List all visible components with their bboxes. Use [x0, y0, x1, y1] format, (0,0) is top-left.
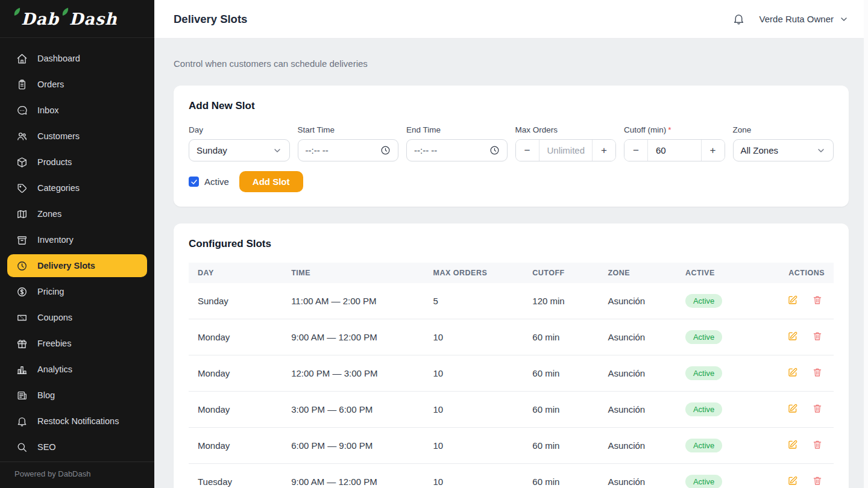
day-select[interactable]: Sunday: [189, 139, 290, 161]
end-time-value: --:-- --: [414, 145, 437, 155]
trash-icon: [812, 403, 823, 414]
sidebar-item-orders[interactable]: Orders: [7, 73, 147, 96]
zone-label: Zone: [733, 125, 834, 134]
sidebar-nav: Dashboard Orders Inbox Customers Product…: [0, 38, 154, 461]
cell-max-orders: 10: [424, 392, 524, 428]
start-time-field: Start Time --:-- --: [298, 125, 399, 161]
cell-cutoff: 60 min: [523, 355, 599, 392]
sidebar-item-dashboard[interactable]: Dashboard: [7, 47, 147, 70]
cell-day: Monday: [189, 392, 282, 428]
sidebar-item-label: Restock Notifications: [37, 416, 119, 426]
cell-actions: [776, 319, 834, 355]
edit-pencil-icon: [787, 439, 798, 450]
cutoff-increment-button[interactable]: +: [702, 140, 725, 161]
active-checkbox[interactable]: [189, 177, 199, 187]
delete-button[interactable]: [812, 367, 823, 378]
cell-zone: Asunción: [599, 464, 676, 488]
user-name: Verde Ruta Owner: [760, 14, 834, 24]
table-header-row: DAY TIME MAX ORDERS CUTOFF ZONE ACTIVE A…: [189, 263, 834, 283]
user-menu[interactable]: Verde Ruta Owner: [760, 14, 849, 24]
trash-icon: [812, 439, 823, 450]
edit-button[interactable]: [787, 331, 798, 342]
sidebar-item-delivery-slots[interactable]: Delivery Slots: [7, 254, 147, 277]
cell-active: Active: [676, 464, 776, 488]
max-orders-decrement-button[interactable]: −: [516, 140, 539, 161]
clock-icon[interactable]: [380, 145, 391, 155]
edit-button[interactable]: [787, 475, 798, 486]
powered-by-text: Powered by DabDash: [14, 469, 90, 478]
delete-button[interactable]: [812, 331, 823, 342]
edit-pencil-icon: [787, 295, 798, 305]
start-time-value: --:-- --: [306, 145, 329, 155]
edit-button[interactable]: [787, 403, 798, 414]
clock-icon[interactable]: [489, 145, 500, 155]
sidebar-item-coupons[interactable]: Coupons: [7, 306, 147, 329]
configured-slots-card: Configured Slots DAY TIME MAX ORDERS CUT…: [174, 224, 849, 488]
table-row: Monday 9:00 AM — 12:00 PM 10 60 min Asun…: [189, 319, 834, 355]
sidebar-item-label: Inventory: [37, 235, 74, 245]
logo-text: Dab Dash: [13, 10, 120, 28]
col-header-max-orders: MAX ORDERS: [424, 263, 524, 283]
bell-icon: [16, 415, 28, 427]
cell-cutoff: 60 min: [523, 428, 599, 464]
sidebar-item-blog[interactable]: Blog: [7, 384, 147, 407]
end-time-field: End Time --:-- --: [406, 125, 508, 161]
sidebar-item-label: Pricing: [37, 287, 64, 296]
chevron-down-icon: [272, 146, 282, 155]
edit-pencil-icon: [787, 403, 798, 414]
sidebar-item-products[interactable]: Products: [7, 151, 147, 174]
check-icon: [190, 178, 198, 186]
edit-button[interactable]: [787, 367, 798, 378]
sidebar-footer: Powered by DabDash: [0, 461, 154, 488]
delete-button[interactable]: [812, 475, 823, 486]
cutoff-decrement-button[interactable]: −: [624, 140, 647, 161]
start-time-input[interactable]: --:-- --: [298, 139, 399, 161]
cell-cutoff: 60 min: [523, 464, 599, 488]
delete-button[interactable]: [812, 439, 823, 450]
zone-select-value: All Zones: [741, 145, 779, 155]
cell-max-orders: 5: [424, 283, 524, 319]
sidebar-item-analytics[interactable]: Analytics: [7, 358, 147, 381]
cell-day: Sunday: [189, 283, 282, 319]
sidebar-item-restock-notifications[interactable]: Restock Notifications: [7, 410, 147, 433]
sidebar-item-freebies[interactable]: Freebies: [7, 332, 147, 355]
col-header-time: TIME: [282, 263, 424, 283]
cell-actions: [776, 464, 834, 488]
sidebar-item-categories[interactable]: Categories: [7, 177, 147, 199]
newspaper-icon: [16, 389, 28, 401]
delete-button[interactable]: [812, 295, 823, 305]
delete-button[interactable]: [812, 403, 823, 414]
edit-button[interactable]: [787, 295, 798, 305]
sidebar-item-label: Inbox: [37, 105, 58, 115]
sidebar-item-zones[interactable]: Zones: [7, 202, 147, 225]
zone-select[interactable]: All Zones: [733, 139, 834, 161]
col-header-zone: ZONE: [599, 263, 676, 283]
cell-max-orders: 10: [424, 428, 524, 464]
sidebar-item-label: Zones: [37, 209, 61, 219]
cell-cutoff: 60 min: [523, 319, 599, 355]
sidebar-item-seo[interactable]: SEO: [7, 436, 147, 458]
sidebar-item-customers[interactable]: Customers: [7, 125, 147, 148]
max-orders-increment-button[interactable]: +: [593, 140, 615, 161]
sidebar-item-pricing[interactable]: Pricing: [7, 280, 147, 303]
sidebar-item-inventory[interactable]: Inventory: [7, 228, 147, 251]
cell-max-orders: 10: [424, 319, 524, 355]
main-area: Delivery Slots Verde Ruta Owner Control …: [154, 0, 868, 488]
max-orders-input[interactable]: Unlimited: [539, 140, 593, 161]
sidebar-item-inbox[interactable]: Inbox: [7, 99, 147, 122]
cell-time: 9:00 AM — 12:00 PM: [282, 464, 424, 488]
edit-button[interactable]: [787, 439, 798, 450]
cell-zone: Asunción: [599, 392, 676, 428]
add-slot-button[interactable]: Add Slot: [239, 171, 303, 192]
notifications-bell-button[interactable]: [732, 12, 746, 27]
status-badge: Active: [685, 475, 722, 488]
cell-active: Active: [676, 428, 776, 464]
bell-icon: [732, 13, 745, 25]
table-row: Tuesday 9:00 AM — 12:00 PM 10 60 min Asu…: [189, 464, 834, 488]
scrollbar[interactable]: [864, 0, 868, 488]
max-orders-label: Max Orders: [515, 125, 617, 134]
cutoff-input[interactable]: 60: [647, 140, 702, 161]
col-header-active: ACTIVE: [676, 263, 776, 283]
cell-day: Monday: [189, 428, 282, 464]
end-time-input[interactable]: --:-- --: [406, 139, 508, 161]
